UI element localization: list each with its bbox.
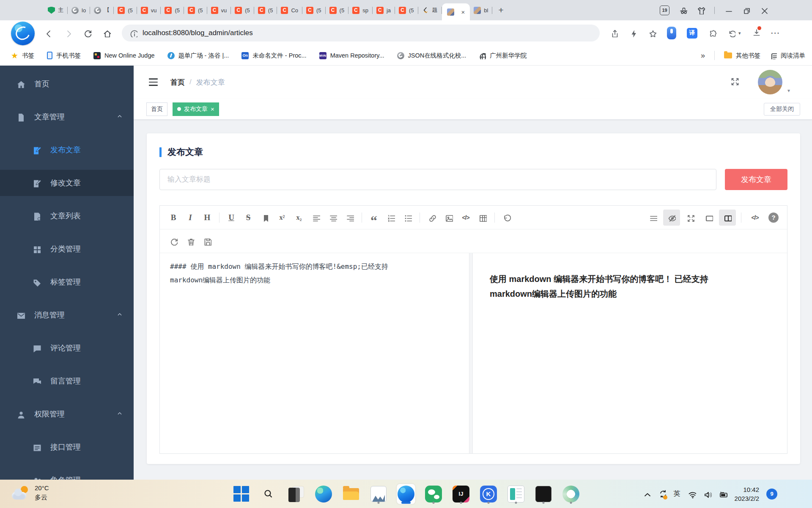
intellij-idea-app-icon[interactable]: IJ bbox=[452, 484, 470, 504]
bookmarks-overflow-icon[interactable]: » bbox=[701, 51, 705, 60]
single-column-button[interactable] bbox=[700, 210, 717, 226]
url-text[interactable]: localhost:8080/blog_admin/articles bbox=[143, 29, 253, 37]
bookmark-item[interactable]: ★书签 bbox=[11, 51, 34, 61]
bookmark-item[interactable]: 手机书签 bbox=[47, 52, 81, 60]
code-button[interactable]: </> bbox=[457, 210, 474, 226]
browser-tab[interactable]: 【 bbox=[90, 0, 113, 20]
new-tab-button[interactable]: + bbox=[498, 5, 503, 15]
subscript-button[interactable]: x₂ bbox=[291, 210, 307, 226]
browser-app-icon-active[interactable] bbox=[397, 484, 415, 504]
browser-tab[interactable]: C(5 bbox=[254, 0, 277, 20]
browser-tab[interactable]: Cvu bbox=[207, 0, 231, 20]
undo-button[interactable] bbox=[498, 210, 515, 226]
search-button[interactable] bbox=[259, 484, 278, 504]
delete-button[interactable] bbox=[182, 233, 199, 249]
link-button[interactable] bbox=[423, 210, 440, 226]
italic-button[interactable]: I bbox=[182, 210, 199, 226]
bookmark-item[interactable]: JSON在线格式化校... bbox=[397, 52, 466, 60]
wifi-icon[interactable] bbox=[688, 490, 696, 498]
minimize-icon[interactable] bbox=[724, 6, 732, 14]
browser-tab[interactable]: C(5 bbox=[114, 0, 137, 20]
sync-tray-icon[interactable] bbox=[658, 489, 667, 499]
save-button[interactable] bbox=[199, 233, 216, 249]
tag-close-icon[interactable]: × bbox=[211, 105, 214, 113]
lightning-icon[interactable] bbox=[629, 29, 637, 37]
browser-tab[interactable]: C(5 bbox=[395, 0, 418, 20]
tab-close-icon[interactable]: × bbox=[461, 8, 465, 16]
battery-icon[interactable] bbox=[719, 490, 727, 498]
browser-menu-icon[interactable]: ⋯ bbox=[771, 28, 780, 39]
keep-app-icon[interactable]: K bbox=[479, 484, 498, 504]
browser-tab[interactable]: 题 bbox=[418, 0, 442, 20]
breadcrumb-home[interactable]: 首页 bbox=[170, 77, 185, 87]
sidebar-item-article-list[interactable]: 文章列表 bbox=[0, 203, 134, 229]
ev-capture-app-icon[interactable] bbox=[562, 484, 580, 504]
refresh-icon[interactable] bbox=[83, 29, 91, 37]
fullscreen-editor-button[interactable] bbox=[682, 210, 699, 226]
browser-tab[interactable]: C(5 bbox=[184, 0, 207, 20]
translate-icon[interactable]: 译 bbox=[687, 28, 697, 39]
fullscreen-icon[interactable] bbox=[730, 77, 741, 88]
ordered-list-button[interactable] bbox=[382, 210, 399, 226]
active-tab[interactable]: × bbox=[442, 3, 470, 20]
browser-tab[interactable]: Cvu bbox=[137, 0, 161, 20]
notification-badge[interactable]: 9 bbox=[766, 489, 777, 500]
site-info-icon[interactable] bbox=[129, 29, 137, 37]
wechat-app-icon[interactable] bbox=[424, 484, 443, 504]
terminal-app-icon[interactable] bbox=[534, 484, 553, 504]
navigation-button[interactable] bbox=[645, 210, 661, 226]
help-button[interactable]: ? bbox=[765, 210, 782, 226]
close-all-button[interactable]: 全部关闭 bbox=[764, 103, 800, 116]
start-button[interactable] bbox=[232, 484, 250, 504]
browser-tab[interactable]: 主 bbox=[44, 0, 67, 20]
home-icon[interactable] bbox=[102, 29, 111, 37]
mouse-extension-icon[interactable] bbox=[667, 27, 676, 39]
tag-home[interactable]: 首页 bbox=[146, 102, 167, 116]
table-button[interactable] bbox=[474, 210, 491, 226]
tag-publish-article[interactable]: 发布文章 × bbox=[173, 102, 219, 116]
unordered-list-button[interactable] bbox=[399, 210, 416, 226]
sidebar-item-comment-management[interactable]: 评论管理 bbox=[0, 335, 134, 361]
theme-skin-icon[interactable] bbox=[697, 6, 705, 14]
align-right-button[interactable] bbox=[341, 210, 358, 226]
bookmark-star-icon[interactable] bbox=[648, 29, 656, 37]
mark-button[interactable] bbox=[257, 210, 274, 226]
taskbar-weather[interactable]: 20°C 多云 bbox=[12, 483, 49, 502]
reading-list-button[interactable]: 阅读清单 bbox=[770, 52, 805, 60]
sidebar-item-message-management[interactable]: 消息管理 bbox=[0, 302, 134, 328]
vm-window-app-icon[interactable] bbox=[507, 484, 525, 504]
sidebar-item-article-management[interactable]: 文章管理 bbox=[0, 104, 134, 130]
reset-button[interactable] bbox=[165, 233, 182, 249]
browser-tab[interactable]: Cja bbox=[373, 0, 395, 20]
incognito-icon[interactable] bbox=[679, 6, 687, 14]
sidebar-item-role-management[interactable]: 角色管理 bbox=[0, 467, 134, 480]
bookmark-item[interactable]: 题单广场 - 洛谷 |... bbox=[167, 52, 229, 60]
publish-button[interactable]: 发布文章 bbox=[725, 169, 787, 190]
sidebar-item-api-management[interactable]: 接口管理 bbox=[0, 434, 134, 460]
restore-icon[interactable] bbox=[742, 6, 750, 14]
html-code-button[interactable]: </> bbox=[746, 210, 763, 226]
photos-app-icon[interactable] bbox=[369, 484, 388, 504]
other-bookmarks-button[interactable]: 其他书签 bbox=[724, 52, 760, 60]
hamburger-icon[interactable] bbox=[149, 78, 158, 86]
volume-icon[interactable] bbox=[703, 490, 712, 498]
align-left-button[interactable] bbox=[307, 210, 324, 226]
bold-button[interactable]: B bbox=[165, 210, 182, 226]
taskbar-clock[interactable]: 10:42 2023/2/2 bbox=[735, 485, 759, 503]
sidebar-item-guestbook-management[interactable]: 留言管理 bbox=[0, 368, 134, 394]
widgets-app-icon[interactable] bbox=[287, 484, 305, 504]
user-avatar[interactable] bbox=[758, 70, 782, 94]
split-view-button[interactable] bbox=[719, 210, 736, 226]
address-bar[interactable]: localhost:8080/blog_admin/articles bbox=[122, 25, 600, 41]
underline-button[interactable]: U bbox=[223, 210, 240, 226]
bookmark-item[interactable]: New Online Judge bbox=[93, 52, 155, 59]
superscript-button[interactable]: x² bbox=[274, 210, 291, 226]
bookmark-item[interactable]: 广州新华学院 bbox=[479, 52, 527, 60]
browser-tab[interactable]: bl bbox=[470, 0, 492, 20]
heading-button[interactable]: H bbox=[199, 210, 216, 226]
sidebar-item-permission-management[interactable]: 权限管理 bbox=[0, 401, 134, 427]
undo-caret-icon[interactable]: ▾ bbox=[738, 30, 741, 36]
sidebar-item-edit-article[interactable]: 修改文章 bbox=[0, 170, 134, 196]
preview-toggle-button[interactable] bbox=[663, 210, 680, 226]
sidebar-item-category-management[interactable]: 分类管理 bbox=[0, 236, 134, 262]
